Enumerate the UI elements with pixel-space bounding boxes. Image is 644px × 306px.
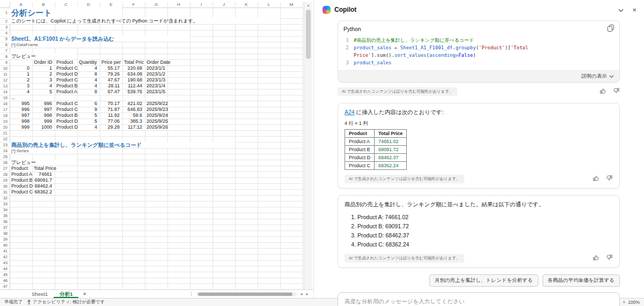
row-header-37[interactable]: 37 — [0, 225, 10, 230]
sheet-cell[interactable]: 996 — [10, 107, 32, 113]
sheet-cell[interactable]: 220.68 — [122, 65, 145, 71]
row-header-46[interactable]: 46 — [0, 278, 10, 283]
sheet-cell[interactable]: Product B — [55, 83, 77, 89]
sheet-cell[interactable]: 2023/1/2 — [145, 71, 167, 77]
sheet-cell[interactable]: 79.26 — [100, 71, 122, 77]
sheet-cell[interactable]: 55.17 — [100, 65, 122, 71]
row-header-3[interactable]: 3 — [0, 24, 10, 30]
column-header-J[interactable]: J — [213, 2, 235, 8]
row-header-24[interactable]: 24 — [0, 148, 10, 154]
row-header-20[interactable]: 20 — [0, 124, 10, 130]
sheet-cell[interactable]: 5 — [77, 113, 100, 118]
row-header-33[interactable]: 33 — [0, 201, 10, 207]
sheet-cell[interactable]: 4 — [32, 83, 55, 89]
sheet-cell[interactable]: 8 — [77, 89, 100, 95]
sheet-cell[interactable]: 28.11 — [100, 83, 122, 89]
sheet-cell[interactable]: このシートには、Copilot によって生成されたすべての Python コード… — [10, 18, 280, 24]
sheet-cell[interactable]: 117.12 — [122, 124, 145, 130]
row-header-32[interactable]: 32 — [0, 195, 10, 201]
horizontal-scrollbar-thumb[interactable] — [198, 293, 292, 296]
zoom-level[interactable]: 100% — [628, 300, 640, 305]
sheet-cell[interactable]: 4 — [77, 77, 100, 83]
accessibility-status[interactable]: アクセシビリティ: 検討が必要です — [27, 299, 105, 305]
sheet-cell[interactable]: 70.17 — [100, 101, 122, 107]
column-header-A[interactable]: A — [10, 2, 32, 8]
sheet-cell[interactable]: 998 — [10, 118, 32, 124]
sheet-grid[interactable]: ABCDEFGHIJKLM123456789101112131415161718… — [0, 2, 303, 289]
sheet-cell[interactable]: 999 — [10, 124, 32, 130]
sheet-cell[interactable]: Product C — [55, 77, 77, 83]
sheet-cell[interactable]: 112.44 — [122, 83, 145, 89]
sheet-cell[interactable]: Total Price — [32, 166, 55, 171]
column-header-K[interactable]: K — [235, 2, 258, 8]
horizontal-scrollbar[interactable] — [196, 292, 297, 296]
column-header-G[interactable]: G — [145, 2, 167, 8]
sheet-cell[interactable]: 190.68 — [122, 77, 145, 83]
sheet-cell[interactable]: Product D — [55, 71, 77, 77]
sheet-cell[interactable]: 4 — [77, 83, 100, 89]
column-header-M[interactable]: M — [280, 2, 303, 8]
row-header-14[interactable]: 14 — [0, 89, 10, 95]
sheet-cell[interactable]: プレビュー — [10, 160, 77, 166]
row-header-9[interactable]: 9 — [0, 59, 10, 65]
row-header-18[interactable]: 18 — [0, 113, 10, 118]
sheet-cell[interactable]: 998 — [32, 113, 55, 118]
scrollbar-resize-handle[interactable]: ⋮ — [189, 291, 194, 296]
sheet-cell[interactable]: Product C — [55, 101, 77, 107]
row-header-47[interactable]: 47 — [0, 283, 10, 289]
scroll-up-icon[interactable]: ▲ — [304, 2, 312, 9]
sheet-cell[interactable]: 77.06 — [100, 118, 122, 124]
sheet-cell[interactable]: 2025/9/24 — [145, 113, 167, 118]
sheet-cell[interactable]: 6 — [77, 101, 100, 107]
row-header-39[interactable]: 39 — [0, 236, 10, 242]
sheet-cell[interactable]: 995 — [10, 101, 32, 107]
thumbs-down-icon[interactable] — [606, 253, 613, 263]
row-header-16[interactable]: 16 — [0, 101, 10, 107]
thumbs-up-icon[interactable] — [592, 174, 599, 184]
sheet-cell[interactable]: Price per — [100, 59, 122, 65]
sheet-cell[interactable]: 385.3 — [122, 118, 145, 124]
sheet-cell[interactable]: 68462.4 — [32, 183, 55, 189]
vertical-scrollbar-thumb[interactable] — [306, 10, 311, 59]
sheet-cell[interactable]: 421.02 — [122, 101, 145, 107]
sheet-cell[interactable]: 1 — [32, 65, 55, 71]
sheet-cell[interactable]: 2023/1/4 — [145, 83, 167, 89]
add-sheet-button[interactable]: + — [78, 290, 90, 298]
sheet-cell[interactable]: 分析シート — [10, 8, 122, 18]
row-header-12[interactable]: 12 — [0, 77, 10, 83]
row-header-8[interactable]: 8 — [0, 54, 10, 59]
sheet-cell[interactable]: 69091.7 — [32, 177, 55, 183]
row-header-31[interactable]: 31 — [0, 189, 10, 195]
sheet-cell[interactable]: Product D — [55, 124, 77, 130]
sheet-cell[interactable]: Total Pric — [122, 59, 145, 65]
sheet-cell[interactable]: Product A — [10, 171, 32, 177]
row-header-29[interactable]: 29 — [0, 177, 10, 183]
sheet-tab-分析1[interactable]: 分析1 — [54, 290, 78, 298]
row-header-13[interactable]: 13 — [0, 83, 10, 89]
copy-code-icon[interactable] — [608, 25, 614, 33]
row-header-7[interactable]: 7 — [0, 48, 10, 54]
sheet-cell[interactable]: [*]:Series — [10, 148, 77, 154]
sheet-cell[interactable]: Product C — [10, 189, 32, 195]
row-header-42[interactable]: 42 — [0, 254, 10, 260]
sheet-cell[interactable]: 29.28 — [100, 124, 122, 130]
row-header-28[interactable]: 28 — [0, 171, 10, 177]
sheet-cell[interactable]: 996 — [32, 101, 55, 107]
sheet-cell[interactable]: Product D — [55, 118, 77, 124]
column-header-C[interactable]: C — [55, 2, 77, 8]
row-header-15[interactable]: 15 — [0, 95, 10, 101]
column-header-H[interactable]: H — [167, 2, 190, 8]
sheet-cell[interactable]: 1 — [10, 71, 32, 77]
sheet-cell[interactable]: 2 — [32, 71, 55, 77]
sheet-cell[interactable]: 9 — [77, 107, 100, 113]
sheet-cell[interactable]: 1000 — [32, 124, 55, 130]
message-input[interactable] — [341, 295, 616, 306]
row-header-6[interactable]: 6 — [0, 42, 10, 48]
sheet-cell[interactable]: 商品別の売上を集計し、ランキング順に並べるコード — [10, 142, 235, 148]
sheet-cell[interactable]: 71.87 — [100, 107, 122, 113]
row-header-21[interactable]: 21 — [0, 130, 10, 136]
row-header-43[interactable]: 43 — [0, 260, 10, 266]
sheet-cell[interactable]: 999 — [32, 118, 55, 124]
sheet-cell[interactable]: 2023/1/3 — [145, 77, 167, 83]
sheet-cell[interactable]: 5 — [77, 118, 100, 124]
